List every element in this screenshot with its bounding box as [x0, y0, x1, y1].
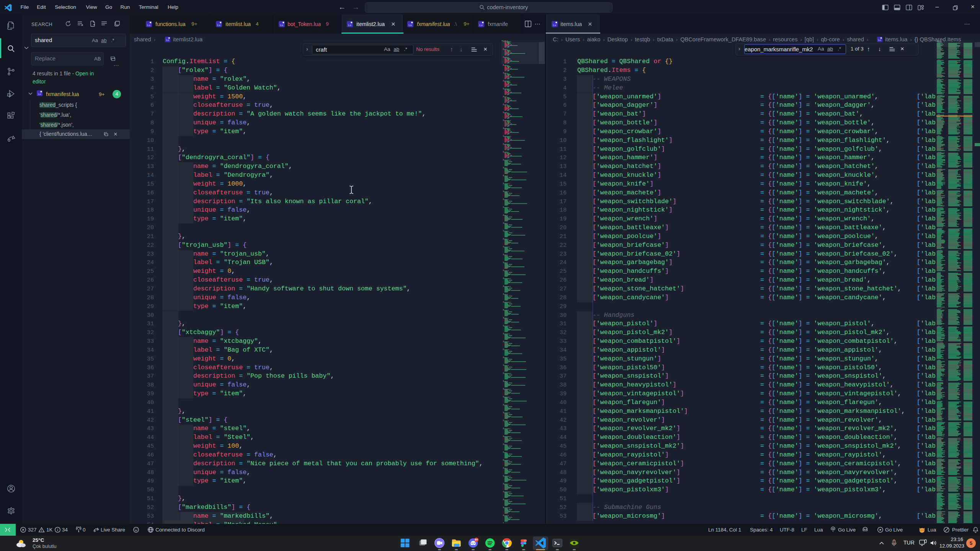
svg-text:Lu: Lu [408, 23, 412, 27]
svg-text:Lu: Lu [553, 23, 556, 27]
svg-text:Lu: Lu [878, 39, 881, 41]
svg-text:Lu: Lu [147, 23, 150, 27]
svg-text:Lu: Lu [348, 23, 351, 27]
svg-text:Lu: Lu [280, 23, 283, 27]
svg-text:Lu: Lu [217, 23, 220, 27]
svg-text:Lu: Lu [166, 39, 169, 41]
svg-text:9+: 9+ [475, 538, 478, 541]
svg-text:Lu: Lu [38, 93, 41, 96]
svg-text:Lu: Lu [479, 23, 482, 27]
